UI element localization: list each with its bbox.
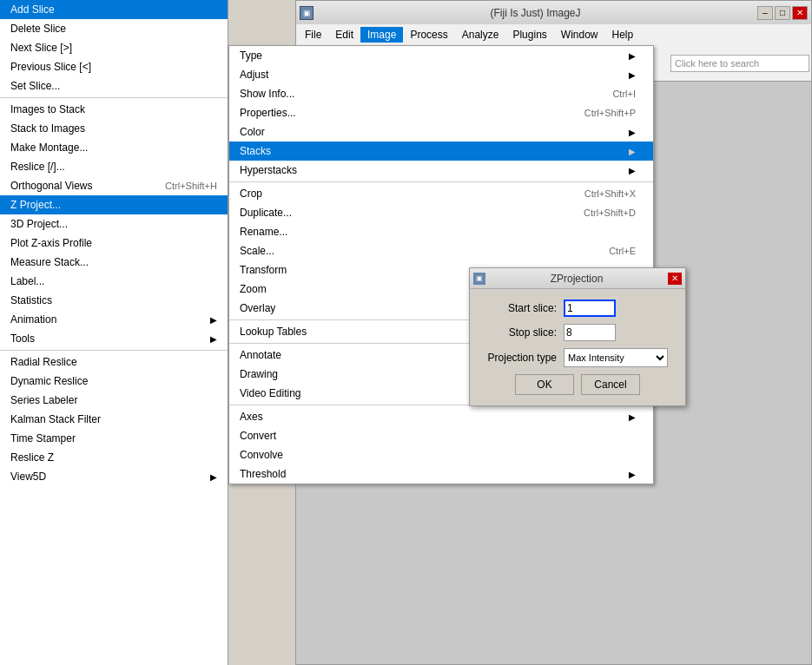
- axes-arrow: ▶: [629, 412, 636, 422]
- cancel-button[interactable]: Cancel: [581, 374, 640, 395]
- minimize-button[interactable]: –: [757, 6, 773, 20]
- menu-process[interactable]: Process: [403, 27, 454, 43]
- left-menu-previous-slice[interactable]: Previous Slice [<]: [0, 57, 228, 76]
- menu-convolve[interactable]: Convolve: [229, 445, 653, 464]
- left-menu-delete-slice[interactable]: Delete Slice: [0, 19, 228, 38]
- maximize-button[interactable]: □: [775, 6, 790, 20]
- menu-plugins[interactable]: Plugins: [505, 27, 553, 43]
- left-menu-kalman-stack-filter[interactable]: Kalman Stack Filter: [0, 410, 228, 429]
- toolbar-right: Click here to search: [650, 55, 809, 72]
- left-menu-tools[interactable]: Tools ▶: [0, 329, 228, 348]
- search-box[interactable]: Click here to search: [670, 55, 809, 72]
- menu-axes[interactable]: Axes ▶: [229, 407, 653, 426]
- menu-rename[interactable]: Rename...: [229, 222, 653, 241]
- search-placeholder: Click here to search: [675, 58, 759, 69]
- menu-convert[interactable]: Convert: [229, 426, 653, 445]
- projection-type-row: Projection type Max Intensity Min Intens…: [479, 348, 677, 367]
- color-arrow: ▶: [629, 128, 636, 137]
- menu-show-info[interactable]: Show Info... Ctrl+I: [229, 84, 653, 103]
- left-menu-measure-stack[interactable]: Measure Stack...: [0, 253, 228, 272]
- dialog-buttons: OK Cancel: [479, 374, 677, 395]
- dialog-body: Start slice: Stop slice: Projection type…: [470, 289, 685, 405]
- type-arrow: ▶: [629, 51, 636, 61]
- dialog-icon: ▣: [473, 273, 485, 285]
- dialog-title-bar: ▣ ZProjection ✕: [470, 268, 685, 289]
- ok-button[interactable]: OK: [515, 374, 574, 395]
- menu-image[interactable]: Image: [360, 27, 403, 43]
- menu-color[interactable]: Color ▶: [229, 122, 653, 142]
- threshold-arrow: ▶: [629, 470, 636, 479]
- close-button[interactable]: ✕: [792, 6, 808, 20]
- zprojection-dialog: ▣ ZProjection ✕ Start slice: Stop slice:…: [469, 267, 686, 406]
- menu-properties[interactable]: Properties... Ctrl+Shift+P: [229, 103, 653, 122]
- left-menu-z-project[interactable]: Z Project...: [0, 195, 228, 214]
- view5d-arrow: ▶: [210, 472, 217, 482]
- left-menu-add-slice[interactable]: Add Slice: [0, 0, 228, 19]
- left-menu-3d-project[interactable]: 3D Project...: [0, 214, 228, 234]
- app-icon: ▣: [300, 6, 314, 20]
- menu-analyze[interactable]: Analyze: [455, 27, 506, 43]
- menu-stacks[interactable]: Stacks ▶: [229, 142, 653, 161]
- left-menu-statistics[interactable]: Statistics: [0, 291, 228, 310]
- left-menu-radial-reslice[interactable]: Radial Reslice: [0, 352, 228, 372]
- menu-bar: File Edit Image Process Analyze Plugins …: [295, 24, 812, 45]
- left-menu-stack-to-images[interactable]: Stack to Images: [0, 119, 228, 138]
- menu-hyperstacks[interactable]: Hyperstacks ▶: [229, 161, 653, 180]
- left-menu-label[interactable]: Label...: [0, 272, 228, 291]
- title-bar: ▣ (Fiji Is Just) ImageJ – □ ✕: [295, 0, 812, 24]
- stop-slice-row: Stop slice:: [479, 324, 677, 341]
- left-menu-series-labeler[interactable]: Series Labeler: [0, 391, 228, 410]
- left-sep1: [0, 97, 228, 98]
- left-menu-dynamic-reslice[interactable]: Dynamic Reslice: [0, 372, 228, 391]
- menu-edit[interactable]: Edit: [328, 27, 360, 43]
- window-controls: – □ ✕: [757, 6, 808, 20]
- app-title: (Fiji Is Just) ImageJ: [314, 7, 757, 19]
- adjust-arrow: ▶: [629, 70, 636, 80]
- menu-file[interactable]: File: [298, 27, 328, 43]
- left-menu-time-stamper[interactable]: Time Stamper: [0, 429, 228, 448]
- hyperstacks-arrow: ▶: [629, 166, 636, 175]
- left-menu-reslice[interactable]: Reslice [/]...: [0, 157, 228, 176]
- start-slice-row: Start slice:: [479, 300, 677, 317]
- menu-crop[interactable]: Crop Ctrl+Shift+X: [229, 184, 653, 203]
- menu-duplicate[interactable]: Duplicate... Ctrl+Shift+D: [229, 203, 653, 222]
- projection-type-select[interactable]: Max Intensity Min Intensity Average Inte…: [564, 348, 668, 367]
- main-dropdown-menu: Type ▶ Adjust ▶ Show Info... Ctrl+I Prop…: [228, 45, 654, 484]
- tools-arrow: ▶: [210, 334, 217, 344]
- stop-slice-input[interactable]: [564, 324, 616, 341]
- left-menu-next-slice[interactable]: Next Slice [>]: [0, 38, 228, 57]
- menu-help[interactable]: Help: [605, 27, 641, 43]
- dialog-close-button[interactable]: ✕: [668, 273, 682, 285]
- animation-arrow: ▶: [210, 315, 217, 325]
- left-menu-images-to-stack[interactable]: Images to Stack: [0, 100, 228, 119]
- menu-threshold[interactable]: Threshold ▶: [229, 464, 653, 484]
- left-menu-reslice-z[interactable]: Reslice Z: [0, 448, 228, 467]
- menu-adjust[interactable]: Adjust ▶: [229, 65, 653, 84]
- left-menu: Add Slice Delete Slice Next Slice [>] Pr…: [0, 0, 228, 665]
- stacks-arrow: ▶: [629, 147, 636, 156]
- left-menu-make-montage[interactable]: Make Montage...: [0, 138, 228, 157]
- dialog-title-text: ZProjection: [485, 273, 668, 285]
- menu-window[interactable]: Window: [554, 27, 605, 43]
- menu-scale[interactable]: Scale... Ctrl+E: [229, 241, 653, 260]
- start-slice-input[interactable]: [564, 300, 616, 317]
- menu-type[interactable]: Type ▶: [229, 46, 653, 65]
- left-menu-animation[interactable]: Animation ▶: [0, 310, 228, 329]
- start-slice-label: Start slice:: [479, 302, 557, 314]
- left-menu-set-slice[interactable]: Set Slice...: [0, 76, 228, 95]
- left-sep2: [0, 350, 228, 351]
- main-sep1: [229, 181, 653, 182]
- stop-slice-label: Stop slice:: [479, 326, 557, 339]
- left-menu-plot-z-axis[interactable]: Plot Z-axis Profile: [0, 234, 228, 253]
- projection-type-label: Projection type: [479, 352, 557, 364]
- left-menu-view5d[interactable]: View5D ▶: [0, 467, 228, 486]
- left-menu-orthogonal-views[interactable]: Orthogonal Views Ctrl+Shift+H: [0, 176, 228, 195]
